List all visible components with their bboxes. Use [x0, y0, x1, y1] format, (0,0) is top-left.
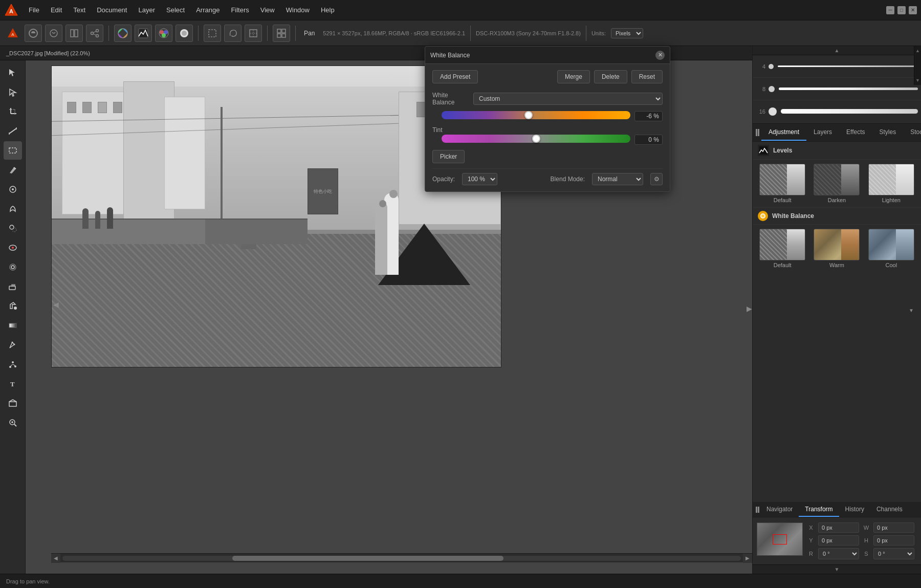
tool-straighten[interactable]	[4, 122, 22, 140]
menu-item-window[interactable]: Window	[281, 4, 315, 16]
toolbar-lasso[interactable]	[224, 25, 242, 42]
panel-scroll-up[interactable]: ▲	[753, 46, 921, 55]
toolbar-color-wheel[interactable]	[114, 25, 131, 42]
preset-levels-default[interactable]: Default	[757, 164, 808, 203]
tool-pen[interactable]	[4, 336, 22, 354]
transform-r-select[interactable]: 0 ° 90 ° 180 ° 270 °	[818, 548, 859, 559]
tool-retouch[interactable]	[4, 180, 22, 199]
scrollbar-thumb[interactable]	[232, 556, 503, 561]
tab-channels[interactable]: Channels	[870, 503, 909, 517]
preset-wb-default[interactable]: Default	[757, 229, 808, 268]
right-scroll-down[interactable]: ▼	[913, 76, 921, 85]
wb-close-button[interactable]: ✕	[655, 51, 665, 60]
panel-scroll-down[interactable]: ▼	[753, 564, 921, 574]
menu-item-text[interactable]: Text	[68, 4, 91, 16]
toolbar-develop[interactable]	[25, 25, 42, 42]
wb-temp-thumb[interactable]	[524, 111, 533, 119]
transform-s-select[interactable]: 0 °	[873, 548, 914, 559]
preset-levels-lighten[interactable]: Lighten	[866, 164, 917, 203]
tool-selection-rect[interactable]	[4, 141, 22, 160]
preset-levels-darken[interactable]: Darken	[811, 164, 862, 203]
menu-item-layer[interactable]: Layer	[133, 4, 160, 16]
scroll-left-btn[interactable]: ◀	[51, 554, 60, 563]
toolbar-slice[interactable]	[245, 25, 262, 42]
menu-item-file[interactable]: File	[24, 4, 45, 16]
menu-item-arrange[interactable]: Arrange	[191, 4, 225, 16]
tab-adjustment[interactable]: Adjustment	[761, 124, 806, 141]
wb-reset-button[interactable]: Reset	[631, 70, 663, 83]
toolbar-wb-icon[interactable]	[176, 25, 193, 42]
tab-effects[interactable]: Effects	[839, 124, 872, 141]
menu-item-document[interactable]: Document	[92, 4, 132, 16]
toolbar-units-select[interactable]: Pixels Inches cm	[611, 28, 643, 38]
tab-transform[interactable]: Transform	[799, 503, 839, 517]
tool-fill[interactable]	[4, 297, 22, 315]
tool-dodge-burn[interactable]	[4, 200, 22, 218]
wb-delete-button[interactable]: Delete	[594, 70, 627, 83]
wb-picker-button[interactable]: Picker	[432, 150, 465, 163]
right-scroll-up[interactable]: ▲	[913, 46, 921, 55]
menu-item-filters[interactable]: Filters	[226, 4, 254, 16]
tool-select-move[interactable]	[4, 83, 22, 101]
toolbar-mode: Pan	[304, 30, 315, 37]
canvas-scroll-left[interactable]: ◀	[51, 298, 61, 311]
wb-tint-slider[interactable]	[442, 135, 630, 145]
levels-section-header[interactable]: Levels	[753, 142, 921, 160]
toolbar-levels[interactable]	[135, 25, 152, 42]
wb-section-header[interactable]: White Balance	[753, 207, 921, 225]
menu-item-edit[interactable]: Edit	[46, 4, 67, 16]
preset-wb-cool[interactable]: Cool	[866, 229, 917, 268]
toolbar-hsl[interactable]	[155, 25, 172, 42]
scroll-right-btn[interactable]: ▶	[743, 554, 752, 563]
transform-h-input[interactable]	[873, 535, 914, 546]
wb-preset-select[interactable]: Custom Auto Daylight Cloudy Flash Tungst…	[473, 93, 663, 105]
menu-item-select[interactable]: Select	[161, 4, 190, 16]
canvas-scroll-right[interactable]: ▶	[747, 304, 752, 313]
wb-settings-button[interactable]: ⚙	[650, 173, 663, 185]
tab-navigator[interactable]: Navigator	[760, 503, 799, 517]
minimize-button[interactable]: ─	[886, 6, 894, 14]
tool-shape[interactable]	[4, 394, 22, 412]
wb-temperature-slider[interactable]	[442, 111, 630, 121]
wb-section-icon	[758, 211, 768, 221]
wb-add-preset-button[interactable]: Add Preset	[432, 70, 478, 83]
menu-item-view[interactable]: View	[255, 4, 280, 16]
brush-row-16[interactable]: 16	[753, 100, 921, 123]
tool-erase[interactable]	[4, 277, 22, 296]
brush-row-4[interactable]: 4	[753, 55, 921, 78]
tool-zoom[interactable]	[4, 413, 22, 432]
toolbar-liquify[interactable]	[45, 25, 62, 42]
wb-merge-button[interactable]: Merge	[557, 70, 590, 83]
transform-x-input[interactable]	[818, 522, 859, 533]
tool-gradient[interactable]	[4, 316, 22, 335]
tool-move[interactable]	[4, 63, 22, 82]
toolbar-snap[interactable]	[273, 25, 290, 42]
transform-y-input[interactable]	[818, 535, 859, 546]
toolbar-export[interactable]	[65, 25, 83, 42]
wb-tint-thumb[interactable]	[532, 135, 540, 143]
toolbar-share[interactable]	[86, 25, 103, 42]
tab-styles[interactable]: Styles	[872, 124, 904, 141]
transform-w-input[interactable]	[873, 522, 914, 533]
menu-item-help[interactable]: Help	[316, 4, 340, 16]
wb-opacity-select[interactable]: 100 % 75 % 50 % 25 %	[462, 173, 497, 185]
brush-dot-4	[769, 64, 774, 69]
tool-red-eye[interactable]	[4, 238, 22, 257]
preset-wb-warm[interactable]: Warm	[811, 229, 862, 268]
brush-row-8[interactable]: 8	[753, 78, 921, 100]
svg-text:A: A	[11, 32, 14, 37]
close-button[interactable]: ✕	[909, 6, 917, 14]
toolbar-selection[interactable]	[204, 25, 221, 42]
toolbar-persona-photo[interactable]: A	[4, 25, 21, 42]
tool-paint[interactable]	[4, 161, 22, 179]
tab-layers[interactable]: Layers	[806, 124, 839, 141]
tool-blur[interactable]	[4, 258, 22, 276]
tool-text[interactable]: T	[4, 375, 22, 393]
tool-node[interactable]	[4, 355, 22, 374]
tool-clone[interactable]	[4, 219, 22, 237]
wb-blend-mode-select[interactable]: Normal Multiply Screen Overlay Soft Ligh…	[592, 173, 643, 185]
tab-history[interactable]: History	[839, 503, 870, 517]
tool-crop[interactable]	[4, 102, 22, 121]
restore-button[interactable]: □	[897, 6, 906, 14]
tab-stock[interactable]: Stock	[903, 124, 921, 141]
